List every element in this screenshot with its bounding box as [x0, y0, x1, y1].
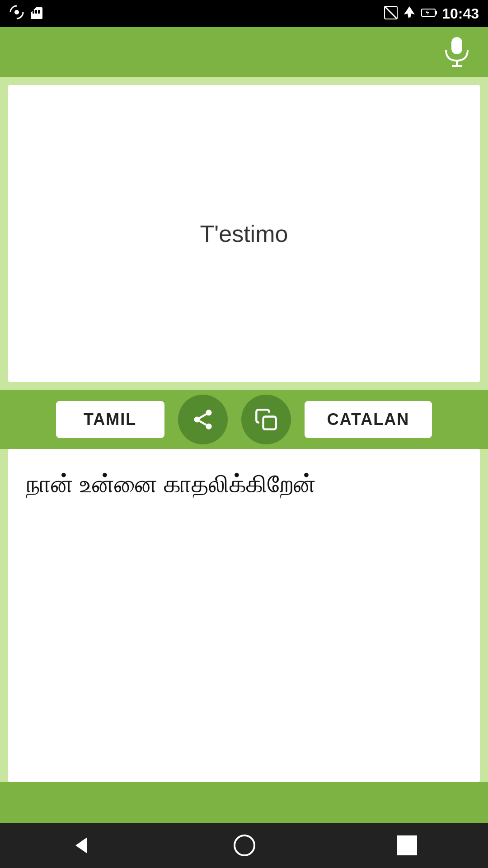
- battery-icon: [421, 8, 437, 19]
- source-text: T'estimo: [200, 220, 288, 247]
- svg-point-15: [194, 417, 200, 423]
- svg-point-1: [14, 10, 19, 14]
- status-bar-left: [9, 5, 43, 23]
- svg-line-18: [199, 414, 206, 418]
- recents-button[interactable]: [397, 835, 417, 855]
- mic-icon: [444, 36, 470, 68]
- share-icon: [191, 408, 215, 431]
- svg-rect-6: [38, 10, 40, 14]
- home-button[interactable]: [234, 835, 255, 856]
- share-button[interactable]: [178, 395, 228, 444]
- svg-rect-11: [451, 37, 462, 54]
- svg-point-16: [206, 424, 211, 429]
- svg-line-17: [199, 421, 206, 425]
- translated-text-area[interactable]: நான் உன்னை காதலிக்கிறேன்: [8, 449, 480, 782]
- app-header: [0, 27, 488, 77]
- nav-bar: [0, 823, 488, 868]
- svg-line-8: [385, 6, 397, 19]
- airplane-icon: [402, 5, 417, 22]
- recents-icon: [397, 835, 417, 855]
- sd-card-icon: [30, 5, 43, 23]
- no-sim-icon: [384, 6, 398, 21]
- source-text-area[interactable]: T'estimo: [8, 85, 480, 382]
- svg-rect-19: [263, 417, 276, 429]
- microphone-button[interactable]: [444, 36, 470, 68]
- back-button[interactable]: [71, 835, 92, 856]
- app-container: T'estimo TAMIL CATALAN நான் உன்னை காதலிக…: [0, 27, 488, 823]
- bottom-bar: [0, 782, 488, 823]
- home-icon: [234, 835, 255, 856]
- status-time: 10:43: [442, 5, 479, 22]
- copy-icon: [254, 408, 278, 431]
- copy-button[interactable]: [241, 395, 291, 444]
- target-language-button[interactable]: CATALAN: [305, 401, 432, 438]
- back-icon: [71, 835, 92, 856]
- svg-point-14: [206, 410, 211, 415]
- svg-rect-10: [435, 11, 437, 14]
- translated-text: நான் உன்னை காதலிக்கிறேன்: [26, 467, 316, 501]
- status-bar: 10:43: [0, 0, 488, 27]
- svg-marker-20: [75, 837, 87, 854]
- svg-rect-4: [33, 10, 34, 14]
- status-bar-right: 10:43: [384, 5, 479, 22]
- source-language-button[interactable]: TAMIL: [56, 401, 164, 438]
- sim-card-icon: [9, 5, 24, 23]
- toolbar: TAMIL CATALAN: [0, 390, 488, 449]
- svg-rect-5: [35, 10, 37, 14]
